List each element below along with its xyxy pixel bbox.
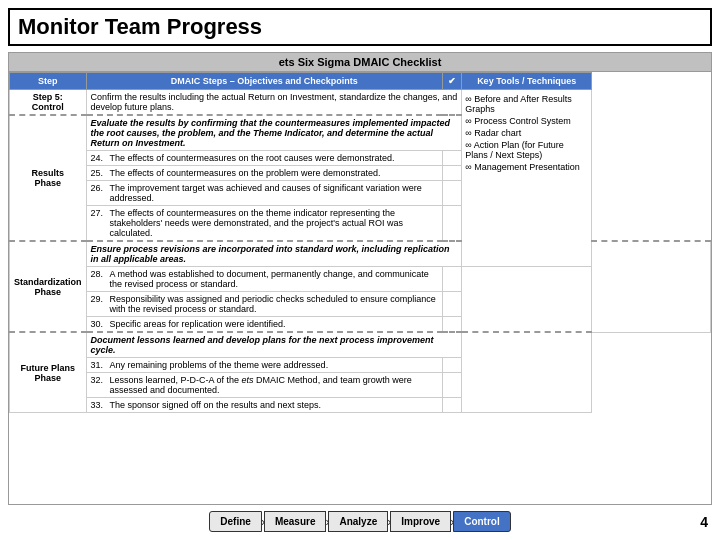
page: Monitor Team Progress ets Six Sigma DMAI…	[0, 0, 720, 540]
table-row: 33.The sponsor signed off on the results…	[10, 398, 711, 413]
phase-results: ResultsPhase	[10, 115, 87, 241]
dmaic-table: Step DMAIC Steps – Objectives and Checkp…	[9, 72, 711, 413]
step-control[interactable]: Control	[453, 511, 511, 532]
footer: Define › Measure › Analyze › Improve › C…	[8, 511, 712, 532]
table-row: 31.Any remaining problems of the theme w…	[10, 358, 711, 373]
item-29: 29.Responsibility was assigned and perio…	[86, 292, 442, 317]
phase-std: StandardizationPhase	[10, 241, 87, 332]
item-30: 30.Specific areas for replication were i…	[86, 317, 442, 333]
table-row: 24.The effects of countermeasures on the…	[10, 151, 711, 166]
std-intro: Ensure process revisions are incorporate…	[86, 241, 462, 267]
col-header-step: Step	[10, 73, 87, 90]
item-33: 33.The sponsor signed off on the results…	[86, 398, 442, 413]
col-header-tools: Key Tools / Techniques	[462, 73, 592, 90]
phase-step5: Step 5:Control	[10, 90, 87, 116]
col-header-check: ✔	[442, 73, 461, 90]
results-tools: Before and After Results Graphs Process …	[462, 90, 592, 267]
table-row: 26.The improvement target was achieved a…	[10, 181, 711, 206]
col-header-dmaic: DMAIC Steps – Objectives and Checkpoints	[86, 73, 442, 90]
item-24: 24.The effects of countermeasures on the…	[86, 151, 442, 166]
checklist-container: ets Six Sigma DMAIC Checklist Step DMAIC…	[8, 52, 712, 505]
step5-content: Confirm the results including the actual…	[86, 90, 462, 116]
table-row: Step 5:Control Confirm the results inclu…	[10, 90, 711, 116]
table-row: 25.The effects of countermeasures on the…	[10, 166, 711, 181]
step-analyze[interactable]: Analyze	[328, 511, 388, 532]
table-row: StandardizationPhase Ensure process revi…	[10, 241, 711, 267]
page-title: Monitor Team Progress	[8, 8, 712, 46]
item-31: 31.Any remaining problems of the theme w…	[86, 358, 442, 373]
fp-intro: Document lessons learned and develop pla…	[86, 332, 462, 358]
page-number: 4	[700, 514, 708, 530]
process-steps: Define › Measure › Analyze › Improve › C…	[209, 511, 510, 532]
table-row: ResultsPhase Evaluate the results by con…	[10, 115, 711, 151]
step-improve[interactable]: Improve	[390, 511, 451, 532]
checklist-header: ets Six Sigma DMAIC Checklist	[9, 53, 711, 72]
item-28: 28.A method was established to document,…	[86, 267, 442, 292]
item-26: 26.The improvement target was achieved a…	[86, 181, 442, 206]
item-27: 27.The effects of countermeasures on the…	[86, 206, 442, 242]
results-intro: Evaluate the results by confirming that …	[86, 115, 462, 151]
item-25: 25.The effects of countermeasures on the…	[86, 166, 442, 181]
step-define[interactable]: Define	[209, 511, 262, 532]
step-measure[interactable]: Measure	[264, 511, 327, 532]
phase-fp: Future PlansPhase	[10, 332, 87, 413]
item-32: 32.Lessons learned, P-D-C-A of the ets D…	[86, 373, 442, 398]
table-row: 27.The effects of countermeasures on the…	[10, 206, 711, 242]
table-row: Future PlansPhase Document lessons learn…	[10, 332, 711, 358]
table-row: 32.Lessons learned, P-D-C-A of the ets D…	[10, 373, 711, 398]
